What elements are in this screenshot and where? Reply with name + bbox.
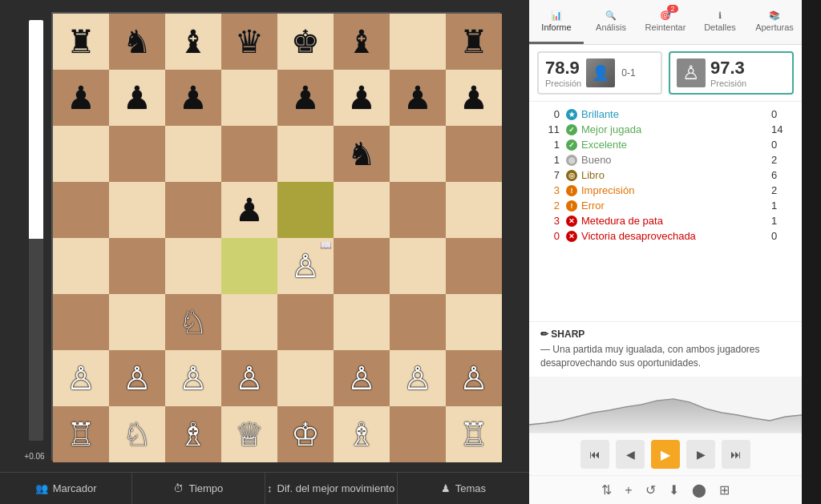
board-cell[interactable]: ♟: [109, 70, 165, 126]
board-cell[interactable]: ♗: [334, 406, 390, 462]
first-button[interactable]: ⏮: [580, 440, 609, 469]
board-cell[interactable]: ♟: [221, 182, 277, 238]
board-cell[interactable]: [109, 126, 165, 182]
board-cell[interactable]: [446, 294, 502, 350]
board-cell[interactable]: ♞: [109, 14, 165, 70]
chess-piece: ♗: [179, 418, 208, 450]
board-cell[interactable]: ♗: [165, 406, 221, 462]
board-cell[interactable]: ♟: [165, 70, 221, 126]
board-cell[interactable]: [334, 238, 390, 294]
flip-button[interactable]: ⇅: [598, 481, 615, 499]
score-badge: 0-1: [621, 67, 635, 79]
sharp-label: ✏ SHARP: [540, 329, 791, 340]
board-cell[interactable]: ♟: [334, 70, 390, 126]
eval-bar: [29, 20, 43, 441]
board-cell[interactable]: [390, 238, 446, 294]
tab-tiempo[interactable]: ⏱ Tiempo: [132, 473, 265, 504]
board-cell[interactable]: ♙: [109, 350, 165, 406]
board-cell[interactable]: ♜: [446, 14, 502, 70]
grid-button[interactable]: ⊞: [716, 481, 733, 499]
board-cell[interactable]: ♙: [334, 350, 390, 406]
tab-temas[interactable]: ♟ Temas: [398, 473, 529, 504]
board-cell[interactable]: ♘: [165, 294, 221, 350]
board-cell[interactable]: [446, 238, 502, 294]
precision-val-player2: 97.3: [710, 58, 746, 79]
board-cell[interactable]: [165, 238, 221, 294]
board-cell[interactable]: ♙: [390, 350, 446, 406]
tab-informe-label: Informe: [541, 22, 571, 32]
board-cell[interactable]: ♙: [221, 350, 277, 406]
board-cell[interactable]: [277, 294, 334, 350]
tab-aperturas[interactable]: 📚 Aperturas: [747, 0, 802, 44]
board-cell[interactable]: ♝: [334, 14, 390, 70]
prev-button[interactable]: ◀: [616, 440, 645, 469]
board-cell[interactable]: ♟: [277, 70, 334, 126]
eval-score: +0.06: [24, 452, 44, 461]
eval-bar-white: [29, 20, 43, 239]
tab-reintentar[interactable]: 🎯 Reintentar 2: [638, 0, 693, 44]
board-cell[interactable]: [446, 126, 502, 182]
board-cell[interactable]: [277, 126, 334, 182]
tab-analisis[interactable]: 🔍 Análisis: [584, 0, 638, 44]
download-button[interactable]: ⬇: [665, 481, 682, 499]
board-cell[interactable]: ♖: [53, 406, 109, 462]
board-cell[interactable]: ♟: [53, 70, 109, 126]
board-cell[interactable]: [53, 294, 109, 350]
stat-num-right: 14: [771, 123, 791, 135]
board-cell[interactable]: [109, 294, 165, 350]
board-cell[interactable]: [390, 406, 446, 462]
board-cell[interactable]: ♚: [277, 14, 334, 70]
stat-row: 3✕Metedura de pata1: [540, 213, 791, 228]
board-cell[interactable]: ♟: [446, 70, 502, 126]
play-button[interactable]: ▶: [651, 440, 680, 469]
refresh-button[interactable]: ↺: [642, 481, 659, 499]
chess-piece: ♙: [459, 362, 488, 394]
board-cell[interactable]: ♙: [165, 350, 221, 406]
board-cell[interactable]: ♖: [446, 406, 502, 462]
board-cell[interactable]: [221, 294, 277, 350]
last-button[interactable]: ⏭: [722, 440, 750, 469]
board-cell[interactable]: [109, 238, 165, 294]
board-cell[interactable]: [277, 350, 334, 406]
board-cell[interactable]: [53, 126, 109, 182]
board-cell[interactable]: [390, 294, 446, 350]
next-button[interactable]: ▶: [686, 440, 715, 469]
sharp-section: ✏ SHARP — Una partida muy igualada, con …: [529, 321, 802, 377]
board-cell[interactable]: ♔: [277, 406, 334, 462]
board-cell[interactable]: ♙📖: [277, 238, 334, 294]
chess-piece: ♕: [235, 418, 264, 450]
board-cell[interactable]: [390, 14, 446, 70]
board-cell[interactable]: ♝: [165, 14, 221, 70]
board-cell[interactable]: ♟: [390, 70, 446, 126]
board-cell[interactable]: ♕: [221, 406, 277, 462]
board-cell[interactable]: [277, 182, 334, 238]
stat-icon-blunder: ✕: [566, 216, 577, 227]
tab-dif[interactable]: ↕ Dif. del mejor movimiento: [265, 473, 398, 504]
board-cell[interactable]: ♛: [221, 14, 277, 70]
board-cell[interactable]: [165, 182, 221, 238]
board-cell[interactable]: [390, 126, 446, 182]
tab-informe[interactable]: 📊 Informe: [529, 0, 584, 44]
board-cell[interactable]: ♞: [334, 126, 390, 182]
share-button[interactable]: ⬤: [689, 481, 710, 499]
board-cell[interactable]: [221, 70, 277, 126]
board-cell[interactable]: [109, 182, 165, 238]
plus-button[interactable]: +: [621, 482, 635, 499]
board-cell[interactable]: [53, 182, 109, 238]
board-cell[interactable]: ♙: [53, 350, 109, 406]
board-cell[interactable]: ♘: [109, 406, 165, 462]
board-cell[interactable]: [390, 182, 446, 238]
tab-detalles[interactable]: ℹ Detalles: [693, 0, 747, 44]
board-cell[interactable]: [334, 294, 390, 350]
stat-label: ✕Victoria desaprovechada: [566, 230, 765, 242]
stat-num-left: 3: [540, 215, 560, 227]
tab-marcador[interactable]: 👥 Marcador: [0, 473, 132, 504]
board-cell[interactable]: [446, 182, 502, 238]
board-cell[interactable]: ♜: [53, 14, 109, 70]
board-cell[interactable]: ♙: [446, 350, 502, 406]
board-cell[interactable]: [221, 126, 277, 182]
board-cell[interactable]: [221, 238, 277, 294]
board-cell[interactable]: [334, 182, 390, 238]
board-cell[interactable]: [165, 126, 221, 182]
board-cell[interactable]: [53, 238, 109, 294]
